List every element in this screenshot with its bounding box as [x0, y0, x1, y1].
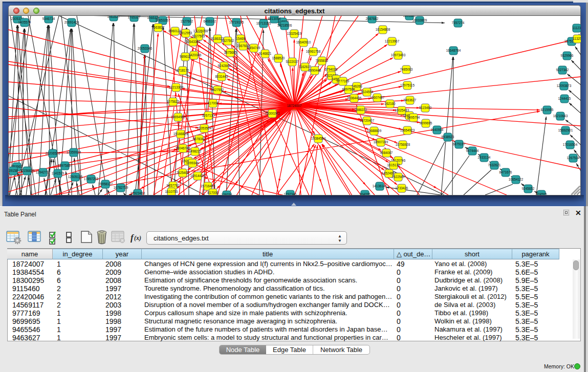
- svg-text:9457791: 9457791: [167, 184, 180, 187]
- svg-text:39158: 39158: [9, 169, 18, 172]
- svg-text:13654923: 13654923: [400, 128, 415, 132]
- svg-text:1099346: 1099346: [186, 161, 199, 165]
- svg-text:19166825: 19166825: [173, 132, 188, 136]
- svg-text:18907249: 18907249: [374, 140, 388, 144]
- svg-text:19975857: 19975857: [58, 164, 73, 167]
- svg-text:15692901: 15692901: [558, 128, 573, 132]
- svg-text:9146821: 9146821: [259, 52, 272, 55]
- svg-text:16782759: 16782759: [114, 186, 128, 189]
- svg-text:9463627: 9463627: [404, 98, 417, 102]
- svg-text:9327502: 9327502: [222, 39, 234, 42]
- svg-text:15300243: 15300243: [265, 112, 280, 115]
- svg-text:1244415: 1244415: [558, 97, 571, 100]
- svg-text:924565: 924565: [536, 192, 547, 195]
- svg-text:13353504: 13353504: [197, 126, 212, 130]
- svg-text:417004: 417004: [207, 101, 219, 105]
- svg-text:1610755: 1610755: [165, 190, 178, 193]
- svg-text:2087682: 2087682: [366, 17, 379, 20]
- svg-text:8938923: 8938923: [442, 135, 454, 139]
- svg-text:12093873: 12093873: [557, 84, 572, 87]
- svg-text:9777169: 9777169: [337, 79, 350, 83]
- svg-text:1075622: 1075622: [167, 100, 180, 103]
- svg-text:6879197: 6879197: [453, 142, 466, 146]
- svg-text:10719195: 10719195: [229, 20, 244, 24]
- svg-text:16640910: 16640910: [296, 40, 311, 44]
- svg-text:16713155: 16713155: [256, 21, 271, 25]
- svg-text:6495794: 6495794: [407, 116, 420, 119]
- svg-text:12923468: 12923468: [130, 191, 145, 195]
- svg-text:8031443: 8031443: [215, 75, 228, 78]
- svg-text:2933134: 2933134: [478, 156, 491, 159]
- svg-text:3024554: 3024554: [361, 90, 374, 94]
- svg-text:1405574: 1405574: [18, 20, 31, 24]
- svg-text:12505135: 12505135: [68, 175, 83, 179]
- svg-text:12156829: 12156829: [20, 169, 35, 172]
- svg-text:10973493: 10973493: [391, 53, 406, 57]
- svg-text:8454749: 8454749: [248, 46, 260, 50]
- svg-text:1527602: 1527602: [181, 19, 193, 23]
- svg-text:6897508: 6897508: [342, 87, 355, 91]
- svg-text:7485063: 7485063: [400, 68, 413, 71]
- svg-text:9115460: 9115460: [419, 106, 432, 110]
- svg-text:9474444: 9474444: [466, 149, 479, 152]
- svg-text:10653267: 10653267: [156, 18, 170, 22]
- svg-text:1588520: 1588520: [272, 56, 285, 60]
- svg-text:1162615: 1162615: [299, 65, 312, 69]
- svg-text:12213309: 12213309: [169, 85, 184, 89]
- svg-text:19384554: 19384554: [311, 137, 326, 140]
- svg-text:7955812: 7955812: [316, 59, 329, 62]
- svg-text:16210643: 16210643: [553, 114, 568, 118]
- svg-text:1765327: 1765327: [128, 16, 141, 19]
- svg-text:16961758: 16961758: [306, 50, 321, 53]
- svg-text:20053346: 20053346: [138, 47, 153, 50]
- svg-text:9327503: 9327503: [192, 34, 205, 38]
- svg-text:8471676: 8471676: [499, 170, 512, 174]
- svg-text:15469: 15469: [236, 37, 245, 40]
- svg-text:15720407: 15720407: [360, 119, 375, 122]
- svg-text:1640954: 1640954: [431, 128, 444, 132]
- svg-text:8990448: 8990448: [309, 69, 321, 72]
- svg-text:7986372: 7986372: [355, 108, 367, 112]
- svg-text:15716485: 15716485: [201, 184, 215, 188]
- svg-text:1141519: 1141519: [52, 171, 64, 175]
- svg-text:10756928: 10756928: [396, 143, 410, 146]
- svg-text:9227342: 9227342: [556, 68, 569, 72]
- svg-text:9346734: 9346734: [42, 17, 55, 20]
- svg-text:2718170: 2718170: [177, 69, 189, 72]
- svg-text:19958107: 19958107: [98, 182, 113, 186]
- svg-text:16154808: 16154808: [376, 28, 390, 31]
- svg-text:1063527: 1063527: [107, 16, 120, 18]
- svg-text:1615132: 1615132: [387, 163, 400, 167]
- svg-text:16914429: 16914429: [190, 174, 205, 178]
- svg-text:19218506: 19218506: [277, 24, 292, 27]
- svg-text:20691406: 20691406: [64, 20, 79, 24]
- svg-text:817006: 817006: [207, 191, 219, 194]
- svg-text:11123: 11123: [573, 26, 581, 30]
- svg-text:6466102: 6466102: [204, 19, 216, 23]
- svg-text:16033809: 16033809: [412, 18, 427, 22]
- svg-text:9242843: 9242843: [218, 64, 231, 68]
- svg-text:8215955: 8215955: [541, 108, 554, 112]
- svg-text:17359924: 17359924: [67, 150, 81, 154]
- svg-text:17857255: 17857255: [84, 177, 99, 181]
- svg-text:20364436: 20364436: [347, 96, 362, 100]
- svg-text:1603381: 1603381: [403, 16, 416, 17]
- svg-text:989612: 989612: [180, 55, 191, 58]
- svg-text:5322037: 5322037: [286, 60, 299, 63]
- svg-text:9699695: 9699695: [420, 121, 432, 125]
- svg-text:(x): (x): [134, 234, 141, 242]
- svg-text:2522549: 2522549: [392, 175, 405, 179]
- svg-text:10654985: 10654985: [171, 115, 186, 119]
- svg-text:10607487: 10607487: [370, 96, 385, 99]
- svg-text:7632621: 7632621: [488, 163, 501, 167]
- svg-text:10543362: 10543362: [186, 40, 201, 43]
- svg-text:11325: 11325: [573, 37, 581, 40]
- svg-text:10688609: 10688609: [367, 129, 382, 133]
- svg-text:162160: 162160: [384, 102, 396, 105]
- svg-text:13325419: 13325419: [287, 32, 302, 35]
- svg-text:129234: 129234: [221, 193, 232, 195]
- svg-text:18724007: 18724007: [287, 104, 302, 107]
- svg-text:14136141: 14136141: [373, 184, 387, 188]
- svg-text:12213967: 12213967: [385, 39, 400, 43]
- svg-text:16648784: 16648784: [446, 49, 461, 52]
